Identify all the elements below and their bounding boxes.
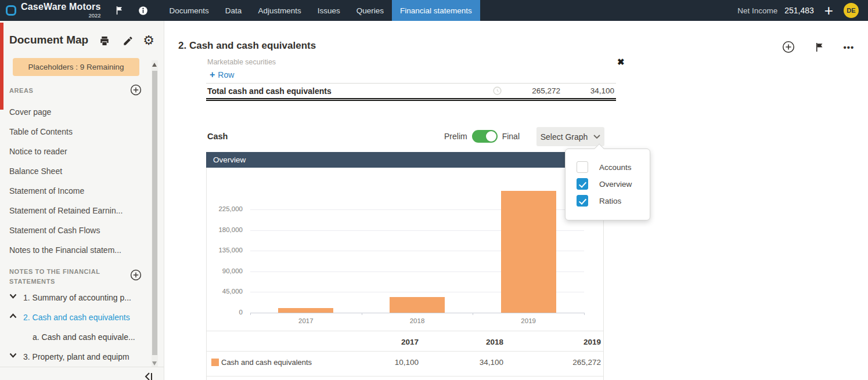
add-content-button[interactable] [781, 39, 796, 55]
legend-col-header: 2017 [355, 338, 419, 346]
plus-icon: + [210, 70, 215, 79]
total-value-prior: 34,100 [562, 86, 614, 95]
chevron-down-icon[interactable] [9, 294, 17, 299]
sidebar-item-balance-sheet[interactable]: Balance Sheet [0, 161, 148, 181]
info-icon[interactable] [134, 0, 153, 21]
sidebar-item-statement-of-cash-flows[interactable]: Statement of Cash Flows [0, 220, 148, 240]
panel-header: Overview [206, 152, 604, 168]
nav-item-documents[interactable]: Documents [161, 0, 217, 21]
brand: CaseWare Motors 2022 [0, 2, 101, 19]
sidebar-note-3-property-plant-and-equipm[interactable]: 3. Property, plant and equipm [0, 347, 150, 367]
brand-name: CaseWare Motors [21, 2, 101, 12]
total-value-current: 265,272 [508, 86, 560, 95]
sidebar-note-1-summary-of-accounting-p[interactable]: 1. Summary of accounting p... [0, 288, 150, 307]
dropdown-option-ratios[interactable]: Ratios [577, 195, 621, 207]
sidebar-item-statement-of-retained-earnin[interactable]: Statement of Retained Earnin... [0, 201, 148, 220]
main-content: 2. Cash and cash equivalents ••• Marketa… [164, 21, 868, 380]
x-axis-line [250, 313, 584, 313]
x-axis-label: 2019 [502, 317, 554, 324]
top-navbar: CaseWare Motors 2022 DocumentsDataAdjust… [0, 0, 868, 21]
add-row-button[interactable]: + Row [206, 70, 247, 79]
select-graph-dropdown: AccountsOverviewRatios [565, 149, 650, 220]
sidebar-item-table-of-contents[interactable]: Table of Contents [0, 122, 148, 142]
nav-item-adjustments[interactable]: Adjustments [250, 0, 309, 21]
chevron-down-icon [593, 135, 600, 139]
dropdown-option-overview[interactable]: Overview [577, 178, 632, 190]
collapse-sidebar-icon[interactable] [144, 372, 153, 380]
bar-2017[interactable] [278, 308, 333, 313]
legend-value: 10,100 [355, 358, 419, 367]
document-map-title: Document Map [9, 34, 88, 46]
scrollbar-thumb[interactable] [152, 71, 157, 355]
add-area-button[interactable] [130, 84, 142, 96]
y-axis-label: 0 [208, 309, 243, 316]
sidebar-item-notice-to-reader[interactable]: Notice to reader [0, 142, 148, 161]
settings-gear-icon[interactable]: ⚙ [142, 34, 156, 48]
nav-item-financial-statements[interactable]: Financial statements [392, 0, 480, 21]
page-title: 2. Cash and cash equivalents [178, 40, 316, 52]
legend-divider-mid [207, 351, 603, 352]
fs-note-table: Marketable securities ✖ + Row Total cash… [206, 58, 616, 101]
total-double-rule [206, 98, 616, 101]
sidebar-item-statement-of-income[interactable]: Statement of Income [0, 181, 148, 201]
sidebar-scrollbar[interactable] [152, 60, 158, 367]
dropdown-option-label: Accounts [599, 163, 632, 172]
x-axis-tick [584, 313, 585, 315]
areas-section-label: AREAS [9, 87, 34, 94]
brand-year: 2022 [21, 13, 101, 19]
legend-value: 265,272 [537, 358, 601, 367]
scroll-down-arrow-icon[interactable] [152, 361, 157, 365]
document-map-sidebar: Document Map ⚙ Placeholders : 9 Remainin… [0, 21, 164, 380]
nav-item-queries[interactable]: Queries [348, 0, 392, 21]
bar-2018[interactable] [390, 297, 445, 313]
sidebar-item-cover-page[interactable]: Cover page [0, 102, 148, 122]
x-axis-label: 2017 [280, 317, 332, 324]
scroll-up-arrow-icon[interactable] [152, 63, 157, 67]
y-axis-label: 45,000 [208, 288, 243, 295]
legend-col-header: 2019 [537, 338, 601, 346]
dropdown-option-accounts[interactable]: Accounts [577, 161, 632, 173]
close-icon[interactable]: ✖ [617, 57, 625, 67]
nav-item-issues[interactable]: Issues [309, 0, 348, 21]
legend-col-header: 2018 [440, 338, 503, 346]
flag-icon[interactable] [110, 0, 130, 21]
sidebar-note-a-cash-and-cash-equivale[interactable]: a. Cash and cash equivale... [0, 327, 150, 347]
nav-item-data[interactable]: Data [217, 0, 250, 21]
print-icon[interactable] [98, 34, 111, 48]
y-axis-label: 90,000 [208, 267, 243, 274]
net-income-label: Net Income [737, 6, 777, 15]
sidebar-bottom-divider [0, 367, 164, 367]
sidebar-note-2-cash-and-cash-equivalents[interactable]: 2. Cash and cash equivalents [0, 307, 150, 327]
total-row-label: Total cash and cash equivalents [206, 86, 332, 96]
more-options-button[interactable]: ••• [841, 39, 856, 55]
legend-value: 34,100 [440, 358, 503, 367]
x-axis-tick [250, 313, 251, 315]
flag-button[interactable] [812, 39, 827, 55]
select-graph-button[interactable]: Select Graph [536, 127, 604, 146]
prelim-final-toggle-group: Prelim Final [444, 130, 520, 143]
prelim-final-toggle[interactable] [472, 130, 498, 143]
add-note-button[interactable] [130, 269, 142, 281]
chevron-down-icon[interactable] [9, 353, 17, 358]
marketable-securities-row[interactable]: Marketable securities [206, 58, 616, 66]
add-button[interactable]: + [824, 3, 833, 18]
edit-icon[interactable] [121, 34, 135, 48]
x-axis-label: 2018 [391, 317, 444, 324]
placeholders-badge[interactable]: Placeholders : 9 Remaining [13, 58, 139, 76]
alert-strip [0, 23, 3, 110]
history-icon[interactable] [492, 86, 502, 96]
note-label: 2. Cash and cash equivalents [23, 313, 130, 322]
chevron-up-icon[interactable] [9, 313, 17, 319]
checkbox-accounts[interactable] [577, 161, 588, 173]
notes-list: 1. Summary of accounting p...2. Cash and… [0, 288, 150, 367]
dropdown-option-label: Overview [599, 180, 632, 189]
sidebar-item-notes-to-the-financial-statem[interactable]: Notes to the Financial statem... [0, 240, 148, 260]
nav-menu: DocumentsDataAdjustmentsIssuesQueriesFin… [161, 0, 480, 21]
bar-2019[interactable] [501, 191, 556, 313]
legend-swatch [211, 359, 219, 366]
total-row: Total cash and cash equivalents 265,272 … [206, 84, 616, 98]
y-axis-label: 225,000 [208, 205, 243, 212]
checkbox-overview[interactable] [577, 178, 588, 190]
checkbox-ratios[interactable] [577, 195, 588, 207]
user-avatar[interactable]: DE [844, 3, 859, 18]
